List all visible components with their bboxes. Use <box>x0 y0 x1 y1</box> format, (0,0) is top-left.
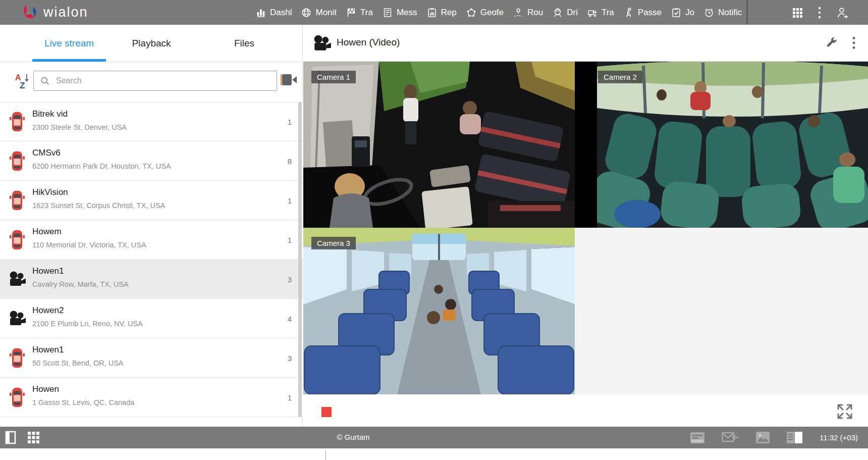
nav-item-messages[interactable]: Mess <box>377 0 422 25</box>
video-panel-header: Howen (Video) <box>303 25 868 62</box>
camera-count: 8 <box>288 157 292 165</box>
top-navbar: wialon Dashl Monit Tra Mess Rep Geofe <box>0 0 868 25</box>
tab-live-stream[interactable]: Live stream <box>32 25 106 62</box>
car-icon <box>6 188 28 213</box>
camera-2-label: Camera 2 <box>598 71 642 83</box>
video-panel-title: Howen (Video) <box>337 37 400 48</box>
camera-count: 1 <box>288 196 292 205</box>
nav-item-passengers[interactable]: Passe <box>619 0 666 25</box>
nav-item-drivers[interactable]: Dri <box>548 0 582 25</box>
search-box <box>33 71 277 91</box>
camera-2-feed[interactable]: Camera 2 <box>597 62 868 228</box>
nav-item-tracks[interactable]: Tra <box>341 0 377 25</box>
stream-tabs: Live stream Playback Files <box>0 25 303 62</box>
camera-count: 3 <box>288 275 292 283</box>
sort-az-icon[interactable]: A Z <box>15 73 31 92</box>
nav-item-routes[interactable]: Rou <box>508 0 548 25</box>
camera-count: 1 <box>288 393 292 401</box>
wialon-logo[interactable]: wialon <box>20 0 88 25</box>
apps-grid-icon[interactable] <box>791 7 803 19</box>
tab-playback[interactable]: Playback <box>126 25 177 62</box>
unit-list: Bitrek vid 2300 Steele St, Denver, USA 1… <box>0 102 303 427</box>
wialon-logo-text: wialon <box>43 5 88 20</box>
drivers-icon <box>552 7 563 18</box>
car-icon <box>6 148 28 174</box>
car-icon <box>6 109 28 134</box>
camera-1-scene <box>303 62 575 228</box>
settings-wrench-icon[interactable] <box>825 36 838 49</box>
camera-count: 1 <box>288 118 292 126</box>
split-view-icon[interactable] <box>787 432 802 443</box>
globe-icon <box>301 7 312 18</box>
car-icon <box>6 385 28 410</box>
nav-item-reports[interactable]: Rep <box>422 0 461 25</box>
unit-row-hikvision[interactable]: HikVision 1623 Sunset St, Corpus Christi… <box>0 181 303 220</box>
video-grid-bottom-row: Camera 3 <box>303 228 868 394</box>
camera-3-feed[interactable]: Camera 3 <box>303 228 575 394</box>
units-side-panel: Live stream Playback Files A Z Bitrek vi… <box>0 25 303 427</box>
video-kebab-menu-icon[interactable] <box>852 36 856 50</box>
wialon-logo-icon <box>20 3 38 23</box>
video-panel: Howen (Video) <box>303 25 868 427</box>
camera-1-label: Camera 1 <box>311 71 356 83</box>
dashboard-icon <box>255 7 266 18</box>
nav-item-geofences[interactable]: Geofe <box>461 0 508 25</box>
camera-count: 3 <box>288 353 292 362</box>
notes-icon[interactable] <box>690 432 704 443</box>
video-grid: Camera 1 <box>303 62 868 394</box>
bottom-status-bar: © Gurtam 11:32 (+03) <box>0 427 868 448</box>
messages-icon <box>382 7 393 18</box>
kebab-menu-icon[interactable] <box>818 6 822 19</box>
unit-row-howen1[interactable]: Howen1 50 Scott St, Bend, OR, USA 3 <box>0 338 303 378</box>
movie-camera-icon <box>6 267 28 292</box>
video-controls-bar <box>303 394 868 427</box>
camera-2-scene <box>597 62 868 228</box>
search-row: A Z <box>0 62 303 103</box>
nav-item-notifications[interactable]: Notific <box>699 0 746 25</box>
active-tab-underline <box>32 59 106 62</box>
camera-count: 1 <box>288 235 292 244</box>
tab-files[interactable]: Files <box>226 25 262 62</box>
main-nav-menu: Dashl Monit Tra Mess Rep Geofe Rou Dri <box>251 0 748 25</box>
nav-item-trailers[interactable]: Tra <box>582 0 619 25</box>
nav-item-video[interactable]: Vid <box>746 0 748 25</box>
bottom-divider-tick <box>326 451 326 460</box>
unit-row-howen1-selected[interactable]: Howen1 Cavalry Row, Marfa, TX, USA 3 <box>0 260 303 299</box>
search-input[interactable] <box>55 76 259 86</box>
camera-3-scene <box>303 228 575 394</box>
movie-camera-icon <box>6 306 28 331</box>
camera-1-feed[interactable]: Camera 1 <box>303 62 575 228</box>
trailers-icon <box>587 7 598 18</box>
list-scrollbar[interactable] <box>298 102 302 417</box>
below-bar-strip <box>0 448 868 460</box>
car-icon <box>6 227 28 252</box>
sort-arrow-icon <box>24 74 29 82</box>
account-logout-icon[interactable] <box>836 6 849 19</box>
geofences-icon <box>466 7 477 18</box>
flag-icon <box>346 7 357 18</box>
unit-row-bitrek-vid[interactable]: Bitrek vid 2300 Steele St, Denver, USA 1 <box>0 102 303 141</box>
bottom-right-cluster: 11:32 (+03) <box>690 427 858 448</box>
unit-row-howem[interactable]: Howem 110 Memorial Dr, Victoria, TX, USA… <box>0 220 303 260</box>
camera-count: 4 <box>288 314 292 323</box>
routes-icon <box>513 7 524 18</box>
navbar-right-cluster <box>791 0 868 25</box>
fullscreen-icon[interactable] <box>835 402 854 421</box>
nav-item-dashboards[interactable]: Dashl <box>251 0 296 25</box>
unit-row-howen2[interactable]: Howen2 2100 E Plumb Ln, Reno, NV, USA 4 <box>0 299 303 338</box>
car-icon <box>6 345 28 371</box>
image-icon[interactable] <box>756 432 770 443</box>
movie-camera-icon <box>312 35 332 54</box>
passengers-icon <box>623 7 634 18</box>
unit-row-howen[interactable]: Howen 1 Gasso St, Levis, QC, Canada 1 <box>0 378 303 417</box>
nav-item-monitoring[interactable]: Monit <box>296 0 341 25</box>
camera-3-label: Camera 3 <box>311 237 356 249</box>
unit-row-cmsv6[interactable]: CMSv6 6200 Hermann Park Dr, Houston, TX,… <box>0 141 303 181</box>
video-grid-top-row: Camera 1 <box>303 62 868 228</box>
nav-item-jobs[interactable]: Jo <box>666 0 699 25</box>
stop-stream-button[interactable] <box>321 407 332 417</box>
jobs-icon <box>671 7 682 18</box>
mail-arrow-icon[interactable] <box>722 432 739 444</box>
camera-filter-icon[interactable] <box>280 73 298 87</box>
alarm-clock-icon <box>703 7 715 18</box>
